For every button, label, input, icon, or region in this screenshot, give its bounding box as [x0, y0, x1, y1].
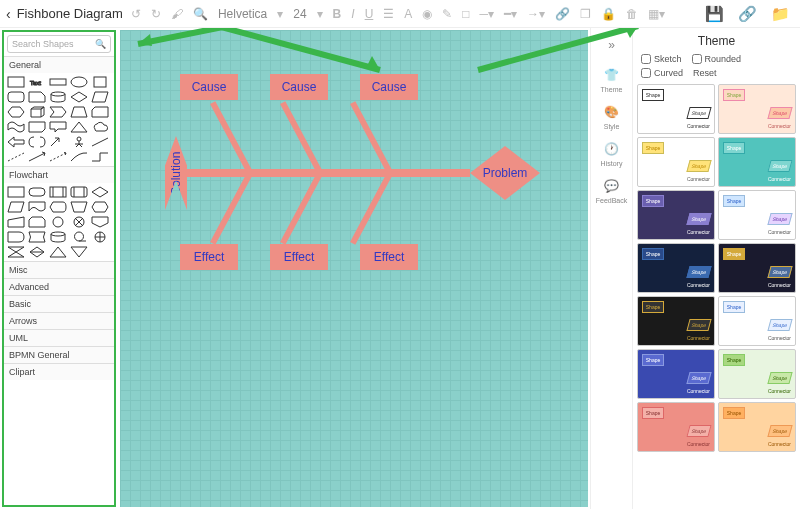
- cause-box[interactable]: Cause: [270, 74, 328, 100]
- folder-icon[interactable]: 📁: [767, 5, 794, 23]
- fc-decision[interactable]: [90, 185, 110, 199]
- underline-icon[interactable]: U: [363, 7, 376, 21]
- effect-box[interactable]: Effect: [180, 244, 238, 270]
- shape-cube[interactable]: [27, 105, 47, 119]
- cause-box[interactable]: Cause: [180, 74, 238, 100]
- fc-tape[interactable]: [69, 230, 89, 244]
- theme-swatch[interactable]: ShapeShapeConnector: [718, 349, 796, 399]
- pencil-icon[interactable]: ✎: [440, 7, 454, 21]
- fc-storage[interactable]: [27, 230, 47, 244]
- fc-delay[interactable]: [6, 230, 26, 244]
- font-select[interactable]: Helvetica: [216, 7, 269, 21]
- fc-merge[interactable]: [69, 245, 89, 259]
- tab-theme[interactable]: 👕Theme: [601, 66, 623, 93]
- shape-arrow-l[interactable]: [6, 135, 26, 149]
- fc-sum[interactable]: [69, 215, 89, 229]
- collapse-icon[interactable]: »: [608, 38, 615, 52]
- fc-extract[interactable]: [48, 245, 68, 259]
- cat-misc[interactable]: Misc: [4, 261, 114, 278]
- text-color-icon[interactable]: A: [402, 7, 414, 21]
- save-icon[interactable]: 💾: [701, 5, 728, 23]
- shape-text[interactable]: Text: [27, 75, 47, 89]
- fc-doc[interactable]: [27, 200, 47, 214]
- fc-connector[interactable]: [48, 215, 68, 229]
- opt-sketch[interactable]: Sketch: [641, 54, 682, 64]
- shape-dash[interactable]: [6, 150, 26, 164]
- opt-rounded[interactable]: Rounded: [692, 54, 742, 64]
- effect-box[interactable]: Effect: [270, 244, 328, 270]
- rib[interactable]: [350, 173, 392, 245]
- cat-bpmn[interactable]: BPMN General: [4, 346, 114, 363]
- canvas[interactable]: Solution Problem Cause Cause Cause Effec…: [120, 30, 588, 507]
- fc-off[interactable]: [90, 215, 110, 229]
- tab-history[interactable]: 🕐History: [601, 140, 623, 167]
- theme-swatch[interactable]: ShapeShapeConnector: [637, 190, 715, 240]
- cat-clipart[interactable]: Clipart: [4, 363, 114, 380]
- link-icon[interactable]: 🔗: [553, 7, 572, 21]
- theme-swatch[interactable]: ShapeShapeConnector: [637, 349, 715, 399]
- effect-box[interactable]: Effect: [360, 244, 418, 270]
- shape-elbow[interactable]: [90, 150, 110, 164]
- shape-square[interactable]: [90, 75, 110, 89]
- share-icon[interactable]: 🔗: [734, 5, 761, 23]
- fc-data[interactable]: [6, 200, 26, 214]
- size-dropdown-icon[interactable]: ▾: [315, 7, 325, 21]
- delete-icon[interactable]: 🗑: [624, 7, 640, 21]
- theme-swatch[interactable]: ShapeShapeConnector: [637, 296, 715, 346]
- theme-swatch[interactable]: ShapeShapeConnector: [637, 137, 715, 187]
- shape-bracket[interactable]: [27, 135, 47, 149]
- cat-uml[interactable]: UML: [4, 329, 114, 346]
- italic-icon[interactable]: I: [349, 7, 356, 21]
- shape-diamond[interactable]: [69, 90, 89, 104]
- paint-icon[interactable]: 🖌: [169, 7, 185, 21]
- font-dropdown-icon[interactable]: ▾: [275, 7, 285, 21]
- search-input[interactable]: Search Shapes🔍: [7, 35, 111, 53]
- fc-sort[interactable]: [27, 245, 47, 259]
- shape-conn[interactable]: [48, 150, 68, 164]
- shape-note[interactable]: [27, 120, 47, 134]
- fc-predef2[interactable]: [69, 185, 89, 199]
- shape-triangle[interactable]: [69, 120, 89, 134]
- theme-swatch[interactable]: ShapeShapeConnector: [718, 243, 796, 293]
- shape-cloud[interactable]: [90, 120, 110, 134]
- cat-flowchart[interactable]: Flowchart: [4, 166, 114, 183]
- rib[interactable]: [210, 173, 252, 245]
- align-icon[interactable]: ☰: [381, 7, 396, 21]
- rib[interactable]: [280, 101, 322, 173]
- cat-general[interactable]: General: [4, 56, 114, 73]
- cat-arrows[interactable]: Arrows: [4, 312, 114, 329]
- fc-predef[interactable]: [48, 185, 68, 199]
- shape-callout[interactable]: [48, 120, 68, 134]
- cause-box[interactable]: Cause: [360, 74, 418, 100]
- shape-cylinder[interactable]: [48, 90, 68, 104]
- fc-collate[interactable]: [6, 245, 26, 259]
- shape-textbox[interactable]: [48, 75, 68, 89]
- fc-process[interactable]: [6, 185, 26, 199]
- grid-icon[interactable]: ▦▾: [646, 7, 667, 21]
- shape-arrow-line[interactable]: [27, 150, 47, 164]
- theme-swatch[interactable]: ShapeShapeConnector: [718, 296, 796, 346]
- redo-icon[interactable]: ↻: [149, 7, 163, 21]
- theme-swatch[interactable]: ShapeShapeConnector: [637, 84, 715, 134]
- cat-advanced[interactable]: Advanced: [4, 278, 114, 295]
- shape-arrow-ne[interactable]: [48, 135, 68, 149]
- shape-tape[interactable]: [6, 120, 26, 134]
- theme-swatch[interactable]: ShapeShapeConnector: [637, 243, 715, 293]
- fc-terminator[interactable]: [27, 185, 47, 199]
- reset-button[interactable]: Reset: [693, 68, 717, 78]
- copy-icon[interactable]: ❐: [578, 7, 593, 21]
- fc-db[interactable]: [48, 230, 68, 244]
- fc-display[interactable]: [48, 200, 68, 214]
- shape-curve[interactable]: [69, 150, 89, 164]
- back-icon[interactable]: ‹: [6, 6, 11, 22]
- fishbone-spine[interactable]: [187, 169, 470, 177]
- shape-card[interactable]: [90, 105, 110, 119]
- tab-feedback[interactable]: 💬FeedBack: [596, 177, 628, 204]
- solution-box[interactable]: Solution: [165, 136, 187, 210]
- shape-line[interactable]: [90, 135, 110, 149]
- rib[interactable]: [350, 101, 392, 173]
- shape-rect[interactable]: [6, 75, 26, 89]
- line-style-icon[interactable]: ─▾: [478, 7, 497, 21]
- fc-or[interactable]: [90, 230, 110, 244]
- fc-loop[interactable]: [27, 215, 47, 229]
